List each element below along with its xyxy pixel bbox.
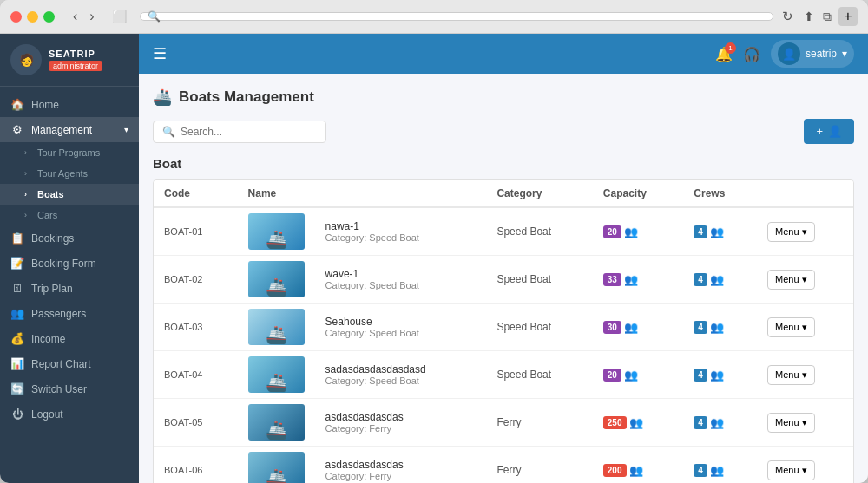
boat-capacity-cell: 250 👥: [593, 399, 684, 447]
boat-thumbnail: 🚢: [248, 356, 305, 393]
crew-badge: 4 👥: [694, 273, 746, 286]
sidebar-item-trip-plan[interactable]: 🗓 Trip Plan: [0, 276, 139, 301]
boat-category: Category: Ferry: [326, 471, 477, 481]
logout-icon: ⏻: [10, 408, 24, 421]
boat-category: Category: Speed Boat: [326, 375, 477, 386]
sidebar-item-switch-user[interactable]: 🔄 Switch User: [0, 376, 139, 401]
capacity-people-icon: 👥: [629, 416, 643, 429]
boat-actions-cell: Menu ▾: [757, 304, 853, 351]
back-button[interactable]: ‹: [69, 7, 82, 26]
crew-badge: 4 👥: [694, 416, 746, 429]
minimize-button[interactable]: [27, 11, 38, 23]
sidebar-item-management-label: Management: [31, 124, 92, 136]
boat-capacity-cell: 20 👥: [593, 207, 684, 256]
boat-thumb-visual: 🚢: [248, 261, 305, 297]
sidebar-item-tour-programs[interactable]: › Tour Programs: [0, 142, 139, 163]
table-row: BOAT-06 🚢 asdasdasdasdas Category: Ferry…: [154, 447, 853, 484]
boat-thumb-visual: 🚢: [248, 213, 305, 250]
brand-text: SEATRIP administrator: [49, 49, 102, 71]
sidebar-item-income[interactable]: 💰 Income: [0, 326, 139, 351]
boat-menu-button[interactable]: Menu ▾: [767, 365, 815, 385]
table-row: BOAT-04 🚢 sadasdasdasdasdasd Category: S…: [154, 351, 853, 399]
user-menu[interactable]: 👤 seatrip ▾: [771, 40, 854, 68]
boat-name: asdasdasdasdas: [326, 459, 477, 471]
boat-menu-button[interactable]: Menu ▾: [767, 413, 815, 433]
sidebar-item-bookings[interactable]: 📋 Bookings: [0, 225, 139, 251]
sidebar-item-home[interactable]: 🏠 Home: [0, 92, 139, 117]
hamburger-button[interactable]: ☰: [153, 44, 167, 63]
boat-category-cell: Speed Boat: [486, 207, 592, 256]
reload-button[interactable]: ↻: [782, 9, 793, 24]
sidebar-item-cars[interactable]: › Cars: [0, 205, 139, 225]
close-button[interactable]: [10, 11, 22, 23]
report-chart-icon: 📊: [10, 357, 24, 370]
user-avatar: 👤: [778, 42, 800, 65]
search-box[interactable]: 🔍: [153, 121, 326, 143]
boat-thumbnail: 🚢: [248, 213, 305, 250]
boats-table-container: Code Name Category Capacity Crews BOAT-0…: [153, 179, 854, 483]
notifications-bell-icon[interactable]: 🔔 1: [715, 46, 733, 62]
headset-icon[interactable]: 🎧: [743, 46, 760, 62]
sidebar-item-bookings-label: Bookings: [31, 232, 74, 245]
sidebar-item-income-label: Income: [31, 333, 65, 345]
boat-code: BOAT-03: [154, 304, 238, 351]
main-content: 🚢 Boats Management 🔍 + 👤 Boat: [139, 74, 868, 483]
boat-thumb-cell: 🚢: [238, 351, 315, 399]
boat-name: asdasdasdasdas: [326, 411, 477, 423]
boat-thumb-visual: 🚢: [248, 309, 305, 345]
boat-actions-cell: Menu ▾: [757, 447, 853, 484]
sidebar-item-boats[interactable]: › Boats: [0, 184, 139, 205]
boat-info: sadasdasdasdasdasd Category: Speed Boat: [326, 363, 477, 386]
boat-menu-button[interactable]: Menu ▾: [767, 317, 815, 337]
sidebar-item-tour-agents[interactable]: › Tour Agents: [0, 163, 139, 184]
boat-menu-button[interactable]: Menu ▾: [767, 222, 815, 242]
boat-thumb-visual: 🚢: [248, 404, 305, 441]
sidebar-item-tour-agents-label: Tour Agents: [37, 168, 88, 179]
toolbar: 🔍 + 👤: [153, 119, 854, 144]
boat-info-cell: nawa-1 Category: Speed Boat: [315, 207, 487, 256]
booking-form-icon: 📝: [10, 257, 24, 270]
forward-button[interactable]: ›: [85, 7, 98, 26]
search-input[interactable]: [181, 126, 317, 138]
boat-capacity-cell: 200 👥: [593, 447, 684, 484]
boat-info: asdasdasdasdas Category: Ferry: [326, 411, 477, 434]
col-header-category: Category: [486, 180, 592, 207]
share-button[interactable]: ⬆: [802, 7, 816, 26]
boat-crews-cell: 4 👥: [683, 399, 757, 447]
boat-thumb-visual: 🚢: [248, 452, 305, 483]
boat-code: BOAT-06: [154, 447, 238, 484]
boat-menu-button[interactable]: Menu ▾: [767, 270, 815, 290]
capacity-number: 33: [603, 273, 621, 286]
tabs-button[interactable]: ⧉: [821, 7, 833, 26]
boat-menu-button[interactable]: Menu ▾: [767, 460, 815, 480]
boats-table: Code Name Category Capacity Crews BOAT-0…: [154, 180, 853, 483]
boat-category-cell: Speed Boat: [486, 304, 592, 351]
capacity-badge: 20 👥: [603, 225, 674, 238]
menu-chevron-icon: ▾: [802, 417, 807, 428]
maximize-button[interactable]: [43, 11, 55, 23]
sidebar-item-boats-label: Boats: [37, 189, 64, 199]
boat-thumbnail: 🚢: [248, 452, 305, 483]
sidebar-item-report-chart[interactable]: 📊 Report Chart: [0, 351, 139, 376]
sidebar-item-management[interactable]: ⚙ Management ▾: [0, 117, 139, 142]
capacity-badge: 250 👥: [603, 416, 674, 429]
sidebar-item-logout[interactable]: ⏻ Logout: [0, 401, 139, 427]
new-tab-button[interactable]: +: [838, 7, 858, 26]
menu-chevron-icon: ▾: [802, 274, 807, 285]
address-bar[interactable]: 🔍: [140, 12, 773, 21]
capacity-badge: 30 👥: [603, 321, 674, 334]
sidebar-item-tour-programs-label: Tour Programs: [37, 147, 100, 158]
sidebar-item-passengers[interactable]: 👥 Passengers: [0, 301, 139, 326]
capacity-number: 20: [603, 225, 621, 238]
management-chevron-icon: ▾: [124, 125, 128, 134]
sidebar-item-booking-form[interactable]: 📝 Booking Form: [0, 251, 139, 276]
add-boat-button[interactable]: + 👤: [804, 119, 854, 144]
menu-chevron-icon: ▾: [802, 465, 807, 476]
capacity-badge: 20 👥: [603, 369, 674, 382]
topbar-right: 🔔 1 🎧 👤 seatrip ▾: [715, 40, 854, 68]
window-mode-button[interactable]: ⬜: [108, 8, 131, 25]
topbar: ☰ 🔔 1 🎧 👤 seatrip ▾: [139, 34, 868, 74]
boat-name: Seahouse: [326, 316, 477, 328]
capacity-number: 30: [603, 321, 621, 334]
crew-number: 4: [694, 225, 707, 238]
